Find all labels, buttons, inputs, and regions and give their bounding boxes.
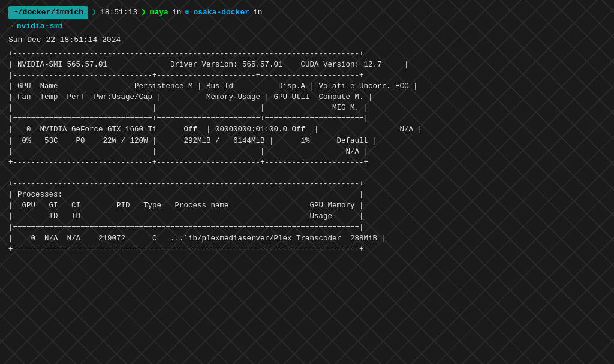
command-line: → nvidia-smi — [8, 20, 606, 32]
smi-gpu-row-1: | 0 NVIDIA GeForce GTX 1660 Ti Off | 000… — [8, 125, 422, 134]
smi-header-line: | NVIDIA-SMI 565.57.01 Driver Version: 5… — [8, 61, 409, 69]
cmd-arrow: → — [8, 20, 13, 32]
prompt-arrow: ❯ — [92, 7, 97, 19]
prompt-host: osaka-docker — [193, 7, 249, 19]
smi-proc-equal: |=======================================… — [8, 224, 364, 232]
terminal: ~/docker/immich ❯ 18:51:13 ❯ maya in ⊕ o… — [0, 0, 614, 261]
prompt-user: maya — [150, 7, 168, 19]
smi-proc-header-2: | GPU GI CI PID Type Process name GPU Me… — [8, 201, 364, 210]
prompt-dir: ~/docker/immich — [8, 6, 88, 19]
prompt-cmd-arrow: ❯ — [141, 6, 146, 19]
smi-gpu-header-1: | GPU Name Persistence-M | Bus-Id Disp.A… — [8, 82, 418, 91]
smi-col-border: |-------------------------------+-------… — [8, 71, 364, 80]
timestamp-line: Sun Dec 22 18:51:14 2024 — [8, 34, 606, 46]
smi-proc-row: | 0 N/A N/A 219072 C ...lib/plexmediaser… — [8, 234, 386, 243]
smi-proc-bottom: +---------------------------------------… — [8, 245, 364, 254]
smi-equal-border: |===============================+=======… — [8, 115, 368, 123]
prompt-in-text: in — [172, 7, 182, 19]
smi-output: +---------------------------------------… — [8, 49, 606, 255]
smi-proc-top-border: +---------------------------------------… — [8, 180, 364, 188]
smi-header-border: +---------------------------------------… — [8, 50, 364, 58]
cmd-text: nvidia-smi — [17, 20, 64, 32]
smi-gpu-row-2: | 0% 53C P0 22W / 120W | 292MiB / 6144Mi… — [8, 137, 377, 145]
smi-gpu-header-2: | Fan Temp Perf Pwr:Usage/Cap | Memory-U… — [8, 93, 373, 101]
prompt-line: ~/docker/immich ❯ 18:51:13 ❯ maya in ⊕ o… — [8, 6, 606, 19]
smi-proc-header-1: | Processes: | — [8, 191, 364, 199]
prompt-globe-icon: ⊕ — [185, 7, 190, 19]
smi-gpu-row-3: | | | N/A | — [8, 148, 368, 156]
prompt-time: 18:51:13 — [100, 7, 137, 19]
smi-bottom-border: +-------------------------------+-------… — [8, 158, 368, 167]
prompt-in-text2: in — [253, 7, 263, 19]
smi-gpu-header-3: | | | MIG M. | — [8, 104, 368, 112]
smi-proc-header-3: | ID ID Usage | — [8, 212, 364, 221]
